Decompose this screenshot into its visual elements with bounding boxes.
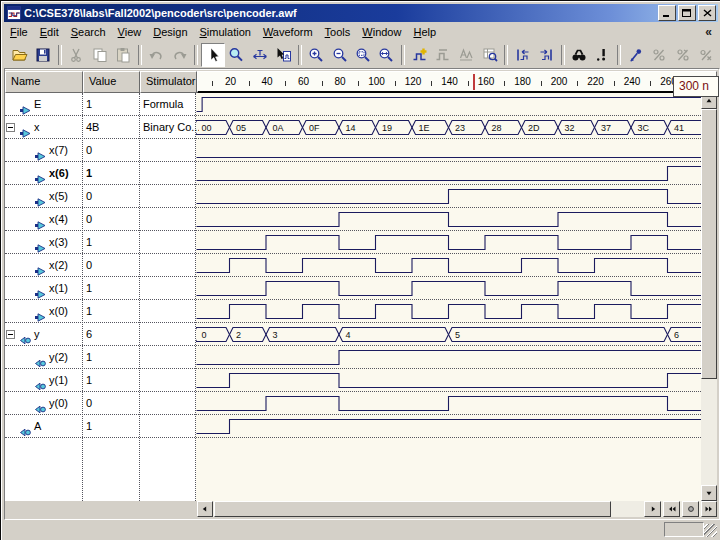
scroll-down-button[interactable]	[701, 485, 717, 501]
toolbar-edit-signal-icon[interactable]	[455, 43, 478, 67]
signal-row-x[interactable]: x4BBinary Co...	[5, 116, 196, 139]
svg-text:5: 5	[455, 330, 460, 340]
signal-row-y1[interactable]: y(1)1	[5, 369, 196, 392]
svg-text:37: 37	[601, 123, 611, 133]
toolbar-cursor-left-icon[interactable]	[511, 43, 534, 67]
signal-row-x7[interactable]: x(7)0	[5, 139, 196, 162]
horizontal-scrollbar[interactable]	[197, 501, 717, 517]
menu-window[interactable]: Window	[356, 24, 407, 40]
toolbar-stim-remove-icon[interactable]	[694, 43, 717, 67]
toolbar-save-icon[interactable]	[31, 43, 54, 67]
signal-stimulator	[140, 254, 199, 277]
timeline-marker[interactable]	[473, 74, 475, 90]
signal-value: 1	[83, 346, 141, 369]
menu-tools[interactable]: Tools	[319, 24, 357, 40]
ruler-minor-tick	[650, 81, 651, 86]
toolbar-cut-icon[interactable]	[65, 43, 88, 67]
toolbar-measure-tool-icon[interactable]	[248, 43, 271, 67]
status-indicator-box	[664, 522, 704, 537]
scroll-right-button[interactable]	[644, 501, 661, 517]
svg-text:4: 4	[346, 330, 351, 340]
center-cursor-button[interactable]	[682, 501, 699, 517]
scroll-left-button[interactable]	[197, 501, 213, 517]
ruler-label: 140	[441, 76, 458, 87]
vertical-scrollbar[interactable]	[701, 93, 717, 501]
vertical-scroll-thumb[interactable]	[701, 109, 717, 379]
signal-row-x0[interactable]: x(0)1	[5, 300, 196, 323]
toolbar-zoom-area-icon[interactable]	[351, 43, 374, 67]
menu-help[interactable]: Help	[407, 24, 442, 40]
close-button[interactable]	[698, 5, 716, 21]
prev-event-button[interactable]	[663, 501, 680, 517]
toolbar-stimulator-icon[interactable]	[624, 43, 647, 67]
signal-row-E[interactable]: E1Formula	[5, 93, 196, 116]
svg-text:3C: 3C	[638, 123, 650, 133]
minimize-button[interactable]	[658, 5, 676, 21]
signal-row-x6[interactable]: x(6)1	[5, 162, 196, 185]
toolbar-add-signal-icon[interactable]	[408, 43, 431, 67]
toolbar-copy-icon[interactable]	[88, 43, 111, 67]
title-bar[interactable]: C:\CSE378\labs\Fall2002\pencoder\src\pen…	[4, 4, 718, 22]
column-header-stimulator[interactable]: Stimulator	[140, 71, 197, 93]
toolbar-insert-signal-icon[interactable]	[431, 43, 454, 67]
toolbar-zoom-out-icon[interactable]	[328, 43, 351, 67]
toolbar-undo-icon[interactable]	[145, 43, 168, 67]
toolbar-separator	[617, 45, 621, 65]
signal-row-A[interactable]: A1	[5, 415, 196, 438]
signal-stimulator	[140, 162, 199, 185]
signal-stimulator	[140, 346, 199, 369]
signal-value: 1	[83, 93, 141, 116]
signal-stimulator	[140, 369, 199, 392]
next-event-button[interactable]	[701, 501, 717, 517]
column-header-value[interactable]: Value	[83, 71, 140, 93]
signal-name: x	[34, 116, 40, 139]
toolbar-redo-icon[interactable]	[168, 43, 191, 67]
waveform-canvas[interactable]: 00050A0F14191E23282D32373C41023456	[196, 93, 701, 501]
resize-grip[interactable]	[704, 524, 717, 537]
toolbar-zoom-in-icon[interactable]	[305, 43, 328, 67]
column-header-name[interactable]: Name	[5, 71, 83, 93]
toolbar-paste-icon[interactable]	[111, 43, 134, 67]
timeline-ruler[interactable]: 20406080100120140160180200220240260	[197, 71, 717, 93]
toolbar-select-wave-tool-icon[interactable]	[271, 43, 294, 67]
ruler-label: 180	[514, 76, 531, 87]
signal-row-x4[interactable]: x(4)0	[5, 208, 196, 231]
signal-name: x(1)	[49, 277, 68, 300]
toolbar-trace-event-icon[interactable]	[591, 43, 614, 67]
horizontal-scroll-thumb[interactable]	[214, 501, 611, 517]
signal-row-y2[interactable]: y(2)1	[5, 346, 196, 369]
toolbar-pointer-icon[interactable]	[201, 43, 224, 67]
toolbar-separator	[561, 45, 565, 65]
menu-design[interactable]: Design	[147, 24, 193, 40]
toolbar-find-binoculars-icon[interactable]	[568, 43, 591, 67]
toolbar-stim-release-icon[interactable]	[671, 43, 694, 67]
collapse-toggle[interactable]	[6, 330, 15, 339]
signal-row-x1[interactable]: x(1)1	[5, 277, 196, 300]
signal-row-x3[interactable]: x(3)1	[5, 231, 196, 254]
scroll-track[interactable]	[611, 501, 641, 517]
menu-simulation[interactable]: Simulation	[194, 24, 257, 40]
collapse-toggle[interactable]	[6, 123, 15, 132]
menu-view[interactable]: View	[112, 24, 148, 40]
menu-waveform[interactable]: Waveform	[257, 24, 319, 40]
ruler-minor-tick	[212, 81, 213, 86]
signal-value: 0	[83, 254, 141, 277]
maximize-button[interactable]	[678, 5, 696, 21]
menu-overflow-chevron[interactable]: «	[705, 25, 718, 39]
toolbar-zoom-pointer-icon[interactable]	[225, 43, 248, 67]
signal-row-x2[interactable]: x(2)0	[5, 254, 196, 277]
signal-row-x5[interactable]: x(5)0	[5, 185, 196, 208]
menu-edit[interactable]: Edit	[34, 24, 65, 40]
signal-name: x(5)	[49, 185, 68, 208]
toolbar-zoom-fit-icon[interactable]	[375, 43, 398, 67]
toolbar-stim-force-icon[interactable]	[648, 43, 671, 67]
signal-row-y0[interactable]: y(0)0	[5, 392, 196, 415]
toolbar-cursor-right-icon[interactable]	[535, 43, 558, 67]
toolbar-find-signal-icon[interactable]	[478, 43, 501, 67]
svg-text:32: 32	[565, 123, 575, 133]
menu-file[interactable]: File	[4, 24, 34, 40]
signal-row-y[interactable]: y6	[5, 323, 196, 346]
menu-search[interactable]: Search	[65, 24, 112, 40]
toolbar-open-folder-icon[interactable]	[8, 43, 31, 67]
ruler-minor-tick	[395, 81, 396, 86]
